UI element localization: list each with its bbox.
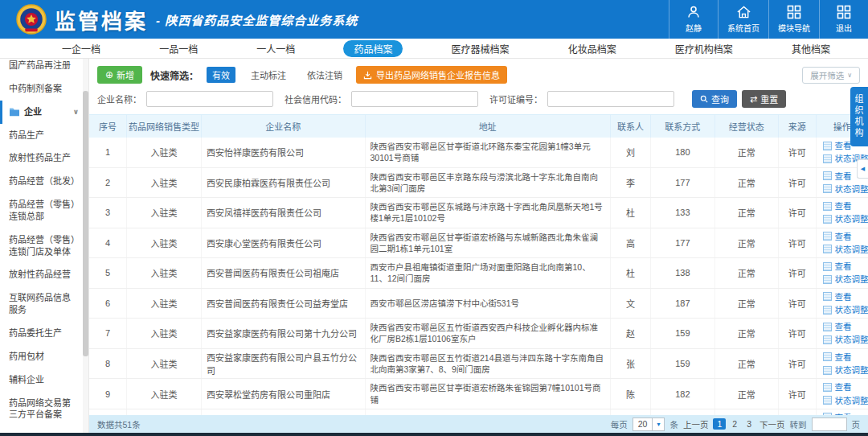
action-label: 状态调整	[835, 243, 868, 256]
cell-phone: 180	[651, 138, 714, 167]
page-number[interactable]: 1	[713, 418, 726, 430]
view-action-link[interactable]: 查看	[823, 199, 863, 212]
table-row: 5入驻类西安普闻医药有限责任公司祖庵店西安市户县祖庵镇街道重阳广场对面重阳路自北…	[89, 258, 868, 289]
view-action-link[interactable]: 查看	[823, 230, 863, 243]
nav-tab[interactable]: 化妆品档案	[558, 40, 627, 57]
column-header: 药品网络销售类型	[127, 115, 202, 138]
nav-tab[interactable]: 其他档案	[781, 40, 841, 57]
reset-button[interactable]: ⇄重置	[742, 90, 786, 108]
nav-tab[interactable]: 医疗机构档案	[665, 40, 743, 57]
view-action-link[interactable]: 查看	[823, 320, 863, 333]
sidebar-item[interactable]: 第三方药品物流企业上报	[0, 426, 88, 433]
cell-type: 入驻类	[127, 198, 202, 228]
home-icon	[736, 5, 751, 19]
quick-filter-chip[interactable]: 依法注销	[301, 67, 348, 83]
module-nav-button[interactable]: 模块导航	[768, 0, 819, 39]
folder-icon	[9, 107, 20, 117]
cell-contact: 赵	[610, 319, 650, 349]
nav-tab[interactable]: 一品一档	[149, 40, 208, 57]
system-home-button[interactable]: 系统首页	[718, 0, 768, 39]
view-icon	[823, 171, 832, 180]
status-adjust-action-link[interactable]: 状态调整	[823, 273, 863, 286]
sidebar-item-label: 辅料企业	[9, 375, 44, 385]
status-adjust-icon	[823, 335, 832, 344]
logout-button[interactable]: 退出	[819, 0, 868, 39]
add-button[interactable]: ⊕ 新增	[97, 66, 142, 84]
status-adjust-action-link[interactable]: 状态调整	[823, 394, 863, 407]
status-adjust-action-link[interactable]: 状态调整	[823, 212, 863, 225]
cell-address: 陕西省西安市鄠邑区甘亭街道宏桥路朱雀锦园第7幢10101号商铺	[365, 379, 610, 409]
goto-page-input[interactable]	[812, 417, 847, 431]
cell-actions: 查看状态调整	[816, 258, 868, 289]
sidebar-item[interactable]: 辅料企业	[0, 368, 88, 392]
status-adjust-action-link[interactable]: 状态调整	[823, 364, 863, 376]
user-info[interactable]: 赵静	[669, 0, 718, 39]
table-row: 6入驻类西安普闻医药有限责任公司益寿堂店西安市鄠邑区涝店镇涝下村中心街531号文…	[89, 288, 868, 319]
cell-phone: 182	[651, 379, 714, 409]
next-page-button[interactable]: 下一页	[760, 418, 785, 430]
view-action-link[interactable]: 查看	[823, 351, 863, 364]
sidebar-item[interactable]: 药品网络交易第三方平台备案	[0, 392, 88, 427]
view-icon	[823, 352, 832, 361]
sidebar-item[interactable]: 药品经营（批发）	[0, 170, 88, 193]
org-structure-tab[interactable]: 组织机构	[850, 87, 868, 146]
sidebar-item-label: 中药制剂备案	[9, 84, 62, 93]
nav-tab[interactable]: 药品档案	[343, 40, 403, 57]
cell-contact: 张	[610, 348, 650, 379]
company-name-input[interactable]	[146, 91, 273, 107]
sidebar-item-label: 放射性药品生产	[9, 153, 71, 162]
nav-tab[interactable]: 医疗器械档案	[441, 40, 520, 57]
license-no-input[interactable]	[547, 91, 674, 107]
view-action-link[interactable]: 查看	[823, 260, 863, 273]
sidebar-item[interactable]: 中药制剂备案	[0, 77, 88, 101]
sidebar-item[interactable]: 药用包材	[0, 345, 88, 368]
credit-code-input[interactable]	[351, 91, 478, 107]
prev-page-button[interactable]: 上一页	[683, 418, 709, 430]
sidebar-item[interactable]: 药品经营（零售）连锁门店及单体	[0, 228, 88, 264]
sidebar-item[interactable]: 放射性药品生产	[0, 146, 88, 170]
cell-source: 许可	[779, 258, 817, 289]
quick-filter-chip[interactable]: 主动标注	[245, 67, 292, 83]
sidebar-item[interactable]: 药品经营（零售）连锁总部	[0, 193, 88, 228]
status-adjust-action-link[interactable]: 状态调整	[823, 333, 863, 346]
expand-filter-button[interactable]: 展开筛选 ∨	[802, 67, 860, 84]
nav-tab[interactable]: 一人一档	[246, 40, 305, 57]
sidebar-scrollbar[interactable]	[83, 59, 88, 433]
status-adjust-action-link[interactable]: 状态调整	[823, 303, 863, 316]
per-page-label: 每页	[611, 418, 628, 430]
status-adjust-action-link[interactable]: 状态调整	[823, 243, 863, 256]
per-page-select[interactable]: 20 ▼	[633, 417, 665, 431]
scrollbar-thumb[interactable]	[83, 91, 88, 356]
export-button[interactable]: 导出药品网络销售企业报告信息	[356, 66, 507, 84]
header-actions: 赵静 系统首页 模块导航 退出	[669, 0, 868, 39]
cell-actions: 查看状态调整	[816, 198, 868, 228]
column-header: 企业名称	[202, 115, 365, 138]
chevron-left-icon: ◀	[861, 166, 865, 172]
sidebar-item[interactable]: 药品委托生产	[0, 322, 88, 345]
quick-filter-chip[interactable]: 有效	[207, 67, 235, 83]
quick-filter-chips: 有效主动标注依法注销	[207, 67, 348, 83]
pagination-bar: 数据共51条 每页 20 ▼ 条 上一页 123 下一页 转到 页	[89, 415, 868, 433]
collapse-panel-button[interactable]: ◀	[857, 159, 868, 179]
page-number[interactable]: 2	[729, 418, 740, 430]
sidebar-item[interactable]: 国产药品再注册	[0, 59, 88, 77]
view-action-link[interactable]: 查看	[823, 290, 863, 303]
action-label: 查看	[835, 199, 852, 212]
search-button[interactable]: 查询	[692, 90, 737, 108]
body-row: 国产药品再注册中药制剂备案企业∨药品生产放射性药品生产药品经营（批发）药品经营（…	[0, 59, 868, 433]
page-number[interactable]: 3	[743, 418, 755, 430]
cell-type: 入驻类	[127, 228, 202, 258]
chevron-down-icon: ∨	[847, 72, 852, 79]
cell-source: 许可	[779, 379, 817, 409]
sidebar-item[interactable]: 药品生产	[0, 124, 88, 147]
status-adjust-action-link[interactable]: 状态调整	[823, 183, 863, 195]
view-action-link[interactable]: 查看	[823, 380, 863, 393]
sidebar-item[interactable]: 互联网药品信息服务	[0, 286, 88, 322]
filter-field-label: 许可证编号：	[489, 93, 542, 105]
sidebar-item[interactable]: 企业∨	[0, 101, 88, 124]
sidebar-menu: 国产药品再注册中药制剂备案企业∨药品生产放射性药品生产药品经营（批发）药品经营（…	[0, 59, 88, 433]
view-icon	[823, 323, 832, 331]
sidebar-item[interactable]: 放射性药品经营	[0, 263, 88, 286]
nav-tab[interactable]: 一企一档	[51, 40, 111, 57]
cell-status: 正常	[714, 138, 778, 167]
